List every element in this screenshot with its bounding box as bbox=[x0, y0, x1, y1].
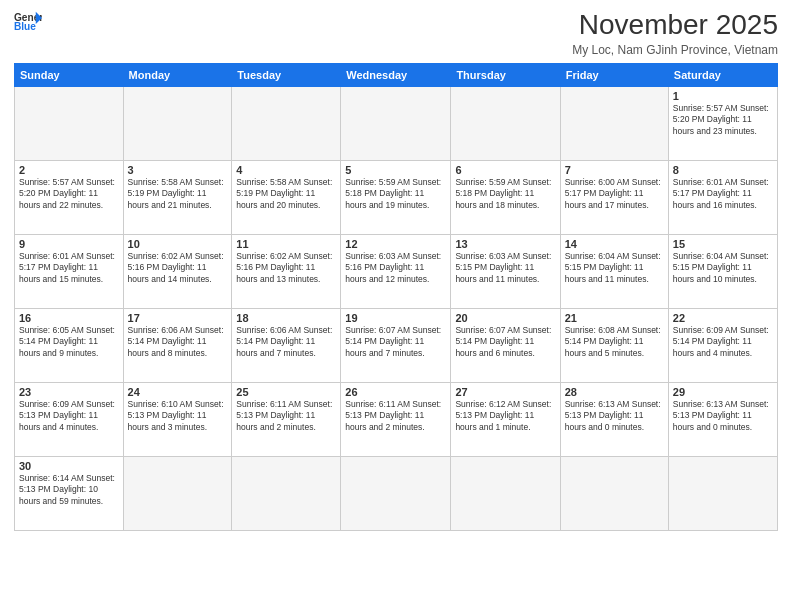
calendar-cell: 9Sunrise: 6:01 AM Sunset: 5:17 PM Daylig… bbox=[15, 234, 124, 308]
day-info: Sunrise: 6:11 AM Sunset: 5:13 PM Dayligh… bbox=[345, 399, 446, 433]
day-number: 25 bbox=[236, 386, 336, 398]
day-number: 12 bbox=[345, 238, 446, 250]
calendar-cell: 1Sunrise: 5:57 AM Sunset: 5:20 PM Daylig… bbox=[668, 86, 777, 160]
day-info: Sunrise: 6:07 AM Sunset: 5:14 PM Dayligh… bbox=[345, 325, 446, 359]
weekday-header-friday: Friday bbox=[560, 63, 668, 86]
calendar-cell bbox=[560, 86, 668, 160]
calendar-cell: 21Sunrise: 6:08 AM Sunset: 5:14 PM Dayli… bbox=[560, 308, 668, 382]
title-block: November 2025 My Loc, Nam GJinh Province… bbox=[572, 10, 778, 57]
day-info: Sunrise: 6:13 AM Sunset: 5:13 PM Dayligh… bbox=[673, 399, 773, 433]
calendar-cell bbox=[232, 86, 341, 160]
calendar-cell: 7Sunrise: 6:00 AM Sunset: 5:17 PM Daylig… bbox=[560, 160, 668, 234]
calendar-cell bbox=[668, 456, 777, 530]
day-info: Sunrise: 6:06 AM Sunset: 5:14 PM Dayligh… bbox=[128, 325, 228, 359]
day-number: 13 bbox=[455, 238, 555, 250]
day-info: Sunrise: 6:09 AM Sunset: 5:13 PM Dayligh… bbox=[19, 399, 119, 433]
calendar-cell: 20Sunrise: 6:07 AM Sunset: 5:14 PM Dayli… bbox=[451, 308, 560, 382]
day-number: 24 bbox=[128, 386, 228, 398]
day-number: 21 bbox=[565, 312, 664, 324]
calendar-cell: 25Sunrise: 6:11 AM Sunset: 5:13 PM Dayli… bbox=[232, 382, 341, 456]
day-number: 22 bbox=[673, 312, 773, 324]
day-info: Sunrise: 6:02 AM Sunset: 5:16 PM Dayligh… bbox=[128, 251, 228, 285]
calendar-cell: 2Sunrise: 5:57 AM Sunset: 5:20 PM Daylig… bbox=[15, 160, 124, 234]
calendar-cell: 17Sunrise: 6:06 AM Sunset: 5:14 PM Dayli… bbox=[123, 308, 232, 382]
day-info: Sunrise: 5:59 AM Sunset: 5:18 PM Dayligh… bbox=[455, 177, 555, 211]
weekday-header-row: SundayMondayTuesdayWednesdayThursdayFrid… bbox=[15, 63, 778, 86]
calendar-week-4: 16Sunrise: 6:05 AM Sunset: 5:14 PM Dayli… bbox=[15, 308, 778, 382]
calendar-cell: 13Sunrise: 6:03 AM Sunset: 5:15 PM Dayli… bbox=[451, 234, 560, 308]
day-number: 28 bbox=[565, 386, 664, 398]
day-info: Sunrise: 5:58 AM Sunset: 5:19 PM Dayligh… bbox=[236, 177, 336, 211]
calendar-cell: 4Sunrise: 5:58 AM Sunset: 5:19 PM Daylig… bbox=[232, 160, 341, 234]
day-number: 18 bbox=[236, 312, 336, 324]
day-info: Sunrise: 5:58 AM Sunset: 5:19 PM Dayligh… bbox=[128, 177, 228, 211]
calendar-cell: 30Sunrise: 6:14 AM Sunset: 5:13 PM Dayli… bbox=[15, 456, 124, 530]
calendar-cell: 14Sunrise: 6:04 AM Sunset: 5:15 PM Dayli… bbox=[560, 234, 668, 308]
day-info: Sunrise: 6:13 AM Sunset: 5:13 PM Dayligh… bbox=[565, 399, 664, 433]
day-number: 9 bbox=[19, 238, 119, 250]
calendar-cell: 15Sunrise: 6:04 AM Sunset: 5:15 PM Dayli… bbox=[668, 234, 777, 308]
weekday-header-thursday: Thursday bbox=[451, 63, 560, 86]
calendar-week-6: 30Sunrise: 6:14 AM Sunset: 5:13 PM Dayli… bbox=[15, 456, 778, 530]
page: General Blue November 2025 My Loc, Nam G… bbox=[0, 0, 792, 612]
day-info: Sunrise: 6:04 AM Sunset: 5:15 PM Dayligh… bbox=[673, 251, 773, 285]
day-number: 15 bbox=[673, 238, 773, 250]
calendar-cell bbox=[15, 86, 124, 160]
day-info: Sunrise: 6:00 AM Sunset: 5:17 PM Dayligh… bbox=[565, 177, 664, 211]
day-number: 27 bbox=[455, 386, 555, 398]
day-number: 10 bbox=[128, 238, 228, 250]
weekday-header-monday: Monday bbox=[123, 63, 232, 86]
calendar-cell bbox=[123, 86, 232, 160]
day-info: Sunrise: 6:02 AM Sunset: 5:16 PM Dayligh… bbox=[236, 251, 336, 285]
calendar-cell: 18Sunrise: 6:06 AM Sunset: 5:14 PM Dayli… bbox=[232, 308, 341, 382]
day-number: 23 bbox=[19, 386, 119, 398]
day-number: 11 bbox=[236, 238, 336, 250]
day-info: Sunrise: 6:11 AM Sunset: 5:13 PM Dayligh… bbox=[236, 399, 336, 433]
day-number: 6 bbox=[455, 164, 555, 176]
day-number: 14 bbox=[565, 238, 664, 250]
day-info: Sunrise: 6:08 AM Sunset: 5:14 PM Dayligh… bbox=[565, 325, 664, 359]
day-number: 7 bbox=[565, 164, 664, 176]
day-number: 30 bbox=[19, 460, 119, 472]
day-info: Sunrise: 6:12 AM Sunset: 5:13 PM Dayligh… bbox=[455, 399, 555, 433]
day-number: 20 bbox=[455, 312, 555, 324]
day-info: Sunrise: 6:14 AM Sunset: 5:13 PM Dayligh… bbox=[19, 473, 119, 507]
calendar-cell: 3Sunrise: 5:58 AM Sunset: 5:19 PM Daylig… bbox=[123, 160, 232, 234]
day-info: Sunrise: 6:03 AM Sunset: 5:15 PM Dayligh… bbox=[455, 251, 555, 285]
calendar-cell: 23Sunrise: 6:09 AM Sunset: 5:13 PM Dayli… bbox=[15, 382, 124, 456]
calendar-cell bbox=[232, 456, 341, 530]
logo-icon: General Blue bbox=[14, 10, 42, 32]
day-number: 19 bbox=[345, 312, 446, 324]
weekday-header-sunday: Sunday bbox=[15, 63, 124, 86]
calendar-cell: 26Sunrise: 6:11 AM Sunset: 5:13 PM Dayli… bbox=[341, 382, 451, 456]
calendar-cell: 19Sunrise: 6:07 AM Sunset: 5:14 PM Dayli… bbox=[341, 308, 451, 382]
calendar-week-5: 23Sunrise: 6:09 AM Sunset: 5:13 PM Dayli… bbox=[15, 382, 778, 456]
day-info: Sunrise: 6:07 AM Sunset: 5:14 PM Dayligh… bbox=[455, 325, 555, 359]
calendar-cell bbox=[451, 456, 560, 530]
calendar-cell: 10Sunrise: 6:02 AM Sunset: 5:16 PM Dayli… bbox=[123, 234, 232, 308]
calendar-cell: 12Sunrise: 6:03 AM Sunset: 5:16 PM Dayli… bbox=[341, 234, 451, 308]
subtitle: My Loc, Nam GJinh Province, Vietnam bbox=[572, 43, 778, 57]
day-info: Sunrise: 6:03 AM Sunset: 5:16 PM Dayligh… bbox=[345, 251, 446, 285]
day-number: 8 bbox=[673, 164, 773, 176]
calendar-cell bbox=[341, 456, 451, 530]
calendar-cell: 8Sunrise: 6:01 AM Sunset: 5:17 PM Daylig… bbox=[668, 160, 777, 234]
day-number: 3 bbox=[128, 164, 228, 176]
svg-text:Blue: Blue bbox=[14, 21, 36, 32]
header: General Blue November 2025 My Loc, Nam G… bbox=[14, 10, 778, 57]
calendar-cell: 11Sunrise: 6:02 AM Sunset: 5:16 PM Dayli… bbox=[232, 234, 341, 308]
calendar-cell bbox=[560, 456, 668, 530]
calendar-cell: 24Sunrise: 6:10 AM Sunset: 5:13 PM Dayli… bbox=[123, 382, 232, 456]
calendar-cell bbox=[341, 86, 451, 160]
calendar-cell bbox=[451, 86, 560, 160]
logo: General Blue bbox=[14, 10, 42, 32]
day-number: 5 bbox=[345, 164, 446, 176]
calendar-cell: 5Sunrise: 5:59 AM Sunset: 5:18 PM Daylig… bbox=[341, 160, 451, 234]
weekday-header-saturday: Saturday bbox=[668, 63, 777, 86]
day-number: 4 bbox=[236, 164, 336, 176]
day-number: 26 bbox=[345, 386, 446, 398]
calendar-week-1: 1Sunrise: 5:57 AM Sunset: 5:20 PM Daylig… bbox=[15, 86, 778, 160]
day-number: 1 bbox=[673, 90, 773, 102]
day-info: Sunrise: 6:05 AM Sunset: 5:14 PM Dayligh… bbox=[19, 325, 119, 359]
day-info: Sunrise: 5:57 AM Sunset: 5:20 PM Dayligh… bbox=[19, 177, 119, 211]
